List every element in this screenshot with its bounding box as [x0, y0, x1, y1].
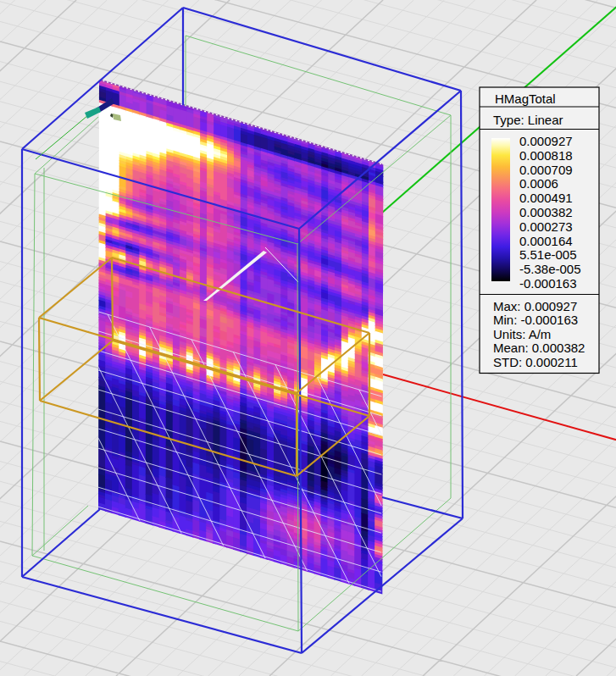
svg-text:Type: Linear: Type: Linear: [493, 113, 563, 127]
svg-text:-5.38e-005: -5.38e-005: [519, 262, 581, 276]
svg-text:STD: 0.000211: STD: 0.000211: [493, 355, 578, 369]
svg-text:Min: -0.000163: Min: -0.000163: [493, 313, 578, 327]
svg-text:0.000491: 0.000491: [519, 191, 573, 205]
svg-text:0.000382: 0.000382: [519, 205, 573, 219]
svg-text:Max: 0.000927: Max: 0.000927: [493, 299, 577, 313]
svg-text:HMagTotal: HMagTotal: [495, 91, 556, 106]
svg-text:0.000164: 0.000164: [519, 234, 573, 248]
svg-text:Mean: 0.000382: Mean: 0.000382: [493, 341, 585, 355]
svg-text:Units: A/m: Units: A/m: [493, 327, 551, 341]
svg-text:0.000709: 0.000709: [519, 163, 573, 177]
svg-text:0.000273: 0.000273: [519, 219, 573, 234]
svg-text:0.0006: 0.0006: [519, 176, 558, 191]
svg-text:0.000818: 0.000818: [519, 148, 573, 163]
svg-text:0.000927: 0.000927: [519, 134, 573, 148]
svg-text:5.51e-005: 5.51e-005: [519, 247, 577, 262]
svg-text:-0.000163: -0.000163: [519, 276, 577, 291]
